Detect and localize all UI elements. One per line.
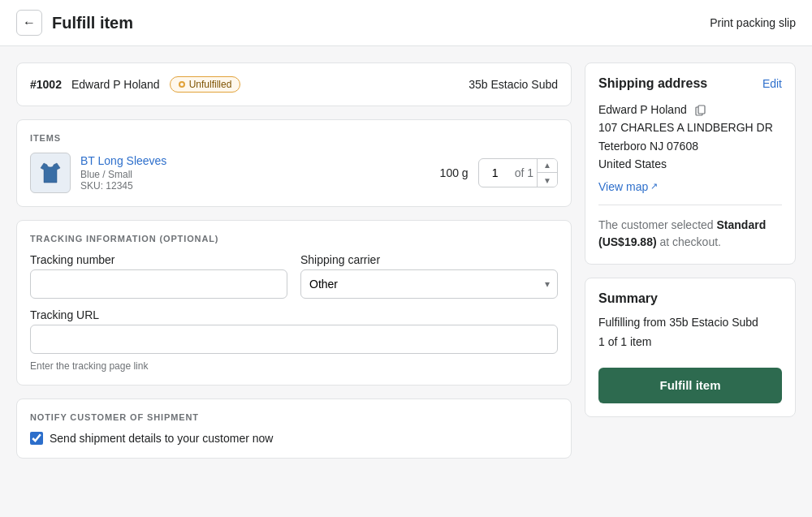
order-header: #1002 Edward P Holand Unfulfilled 35b Es… [30,76,558,93]
view-map-link[interactable]: View map ↗ [598,180,658,193]
svg-rect-1 [698,106,705,114]
tracking-number-group: Tracking number [30,253,287,299]
item-image [30,153,71,193]
status-label: Unfulfilled [189,79,232,90]
left-column: #1002 Edward P Holand Unfulfilled 35b Es… [16,62,572,459]
item-name-link[interactable]: BT Long Sleeves [80,154,166,167]
item-row: BT Long Sleeves Blue / Small SKU: 12345 … [30,153,558,193]
item-weight: 100 g [440,166,469,179]
status-badge: Unfulfilled [170,76,241,93]
shipping-note: The customer selected Standard (US$19.88… [598,217,782,251]
shipping-price: (US$19.88) [598,235,657,248]
order-number: #1002 [30,78,62,91]
shipping-method: Standard [717,218,767,231]
main-content: #1002 Edward P Holand Unfulfilled 35b Es… [0,46,812,475]
back-button[interactable]: ← [16,10,42,36]
address-street: 107 CHARLES A LINDBERGH DR [598,118,782,136]
address-city-state-zip: Teterboro NJ 07608 [598,137,782,155]
tracking-section-label: TRACKING INFORMATION (OPTIONAL) [30,234,558,243]
customer-name: Edward P Holand [71,78,160,91]
quantity-down-button[interactable]: ▼ [538,173,557,187]
quantity-input[interactable]: 1 [479,166,512,179]
notify-checkbox-row: Send shipment details to your customer n… [30,432,558,445]
page-wrapper: ← Fulfill item Print packing slip #1002 … [0,0,812,517]
fulfill-item-button[interactable]: Fulfill item [598,368,782,403]
item-count: 1 of 1 item [598,335,782,348]
item-details: BT Long Sleeves Blue / Small SKU: 12345 [80,154,430,192]
summary-card: Summary Fulfilling from 35b Estacio Subd… [585,278,796,417]
address-name: Edward P Holand [598,101,782,118]
view-map-label: View map [598,180,648,193]
quantity-buttons: ▲ ▼ [537,158,557,187]
item-variant: Blue / Small [80,169,430,180]
address-block: Edward P Holand 107 CHARLES A LINDBERGH … [598,101,782,174]
notify-section-label: NOTIFY CUSTOMER OF SHIPMENT [30,412,558,422]
order-location: 35b Estacio Subd [469,78,558,91]
status-dot-icon [179,81,185,88]
quantity-of-label: of 1 [512,166,537,179]
notify-card: NOTIFY CUSTOMER OF SHIPMENT Send shipmen… [16,399,572,459]
shipping-address-card: Shipping address Edit Edward P Holand [585,62,796,265]
shipping-carrier-select-wrapper: Other UPS FedEx USPS DHL ▾ [300,269,558,299]
tracking-card: TRACKING INFORMATION (OPTIONAL) Tracking… [16,220,572,386]
tracking-number-label: Tracking number [30,253,287,266]
tracking-url-label: Tracking URL [30,308,558,321]
notify-checkbox-label: Send shipment details to your customer n… [50,432,273,445]
tracking-url-group: Tracking URL Enter the tracking page lin… [30,308,558,372]
top-bar: ← Fulfill item Print packing slip [0,0,812,46]
shipping-address-title: Shipping address [598,76,707,91]
tracking-url-input[interactable] [30,325,558,354]
shirt-icon [37,160,63,186]
shipping-address-header: Shipping address Edit [598,76,782,91]
print-packing-slip-link[interactable]: Print packing slip [710,16,796,29]
items-section-label: ITEMS [30,133,558,143]
external-link-icon: ↗ [650,181,658,192]
address-country: United States [598,155,782,173]
right-column: Shipping address Edit Edward P Holand [585,62,796,459]
notify-checkbox[interactable] [30,432,43,445]
order-info-card: #1002 Edward P Holand Unfulfilled 35b Es… [16,62,572,106]
quantity-stepper[interactable]: 1 of 1 ▲ ▼ [478,158,558,187]
shipping-carrier-select[interactable]: Other UPS FedEx USPS DHL [300,269,558,299]
items-card: ITEMS BT Long Sleeves Blue / Small SKU: … [16,119,572,207]
summary-title: Summary [598,291,782,306]
edit-address-link[interactable]: Edit [762,77,782,90]
shipping-carrier-label: Shipping carrier [300,253,558,266]
tracking-url-helper: Enter the tracking page link [30,360,558,372]
shipping-carrier-group: Shipping carrier Other UPS FedEx USPS DH… [300,253,558,299]
copy-icon[interactable] [695,105,706,116]
item-sku: SKU: 12345 [80,180,430,192]
tracking-form-row: Tracking number Shipping carrier Other U… [30,253,558,299]
fulfilling-from: Fulfilling from 35b Estacio Subd [598,316,782,329]
quantity-up-button[interactable]: ▲ [538,158,557,173]
top-bar-left: ← Fulfill item [16,10,133,36]
address-divider [598,205,782,205]
tracking-number-input[interactable] [30,269,287,299]
page-title: Fulfill item [52,14,133,32]
